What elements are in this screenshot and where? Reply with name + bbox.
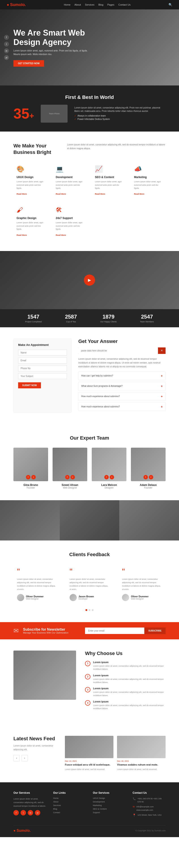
counter-clients: 1879 Our Happy Clients: [100, 314, 117, 323]
services-header: We Make Your Business Bright Lorem ipsum…: [13, 143, 166, 155]
dot-1[interactable]: [86, 609, 87, 611]
search-icon[interactable]: 🔍: [169, 3, 172, 6]
newsletter-email-input[interactable]: [85, 627, 144, 634]
footer-link-about[interactable]: About: [53, 801, 86, 803]
footer-tw[interactable]: t: [21, 810, 26, 815]
nav-about[interactable]: About: [74, 3, 81, 6]
nav-blog[interactable]: Blog: [98, 3, 103, 6]
appointment-submit-button[interactable]: SUBMIT NOW: [18, 382, 41, 389]
service-support-link[interactable]: Read More: [56, 234, 66, 236]
service-dev-link[interactable]: Read More: [56, 193, 66, 195]
social-linkedin[interactable]: in: [4, 48, 9, 53]
nav-pages[interactable]: Pages: [108, 3, 114, 6]
service-uiux-link[interactable]: Read More: [17, 193, 27, 195]
service-graphic-link[interactable]: Read More: [17, 234, 27, 236]
play-button[interactable]: ▶: [84, 275, 95, 286]
team-fb-4[interactable]: f: [143, 475, 148, 479]
author-title-3: Web Designer: [131, 598, 149, 600]
social-youtube[interactable]: yt: [4, 55, 9, 60]
team-member-3: f t Lara Melcon Designer: [92, 447, 126, 489]
faq-item-3[interactable]: How much experience about submino? +: [78, 392, 166, 401]
navigation: ● Sumolo. Home About Services Blog Pages…: [0, 0, 179, 9]
footer-s2-marketing[interactable]: Marketing: [93, 804, 126, 806]
service-dev-desc: Lorem ipsum dolor amet, agct euismod ant…: [56, 180, 84, 190]
newsletter-subscribe-button[interactable]: SUBSCRIBE: [144, 627, 166, 634]
faq-item-4[interactable]: How much experience about submino? +: [78, 402, 166, 411]
quote-icon-2: ": [69, 568, 110, 576]
nav-services[interactable]: Services: [85, 3, 94, 6]
footer-s2-dev[interactable]: Development: [93, 801, 126, 803]
footer-s2-seo[interactable]: SEO & Content: [93, 808, 126, 810]
dot-3[interactable]: [92, 609, 93, 611]
news-section: Latest News Feed Lorem ipsum dolor sit a…: [0, 724, 179, 782]
faq-toggle-3: +: [161, 395, 163, 398]
footer-link-services[interactable]: Services: [53, 804, 86, 806]
appointment-subject-input[interactable]: [18, 373, 67, 379]
team-tw-4[interactable]: t: [149, 475, 153, 479]
appointment-phone-input[interactable]: [18, 365, 67, 371]
team-fb-2[interactable]: f: [65, 475, 69, 479]
why-item-text-3: Lorem ipsum dolor sit amet, consectetur …: [93, 691, 166, 697]
footer-yt[interactable]: yt: [35, 810, 40, 815]
why-num-2: 2: [85, 674, 90, 679]
faq-content: Get Your Answer ✕ Lorem ipsum dolor sit …: [78, 339, 166, 413]
logo[interactable]: ● Sumolo.: [7, 2, 26, 7]
social-twitter[interactable]: t: [4, 41, 9, 46]
news-next-button[interactable]: ›: [22, 755, 28, 761]
team-fb-3[interactable]: f: [104, 475, 109, 479]
hero-cta-button[interactable]: GET STARTED NOW: [13, 60, 44, 67]
service-uiux: 🎨 UI/UX Design Lorem ipsum dolor amet, a…: [13, 162, 48, 199]
appointment-email-input[interactable]: [18, 358, 67, 364]
team-photo-4: f t: [131, 447, 166, 481]
news-card-text-1: Lorem ipsum dolor sit amet, sed do eiusm…: [65, 768, 114, 771]
faq-search-input[interactable]: [78, 347, 158, 354]
dot-2[interactable]: [89, 609, 90, 611]
nav-contact[interactable]: Contact Us: [118, 3, 130, 6]
social-facebook[interactable]: f: [4, 35, 9, 40]
faq-item-2[interactable]: What about Sum programs & Advantage? +: [78, 382, 166, 391]
footer-contact-title: Contact Us: [133, 791, 166, 795]
nav-home[interactable]: Home: [64, 3, 70, 6]
footer-col-contact: Contact Us 📞 +001 245 678 90 +001 245 67…: [133, 791, 166, 818]
stats-inner: 35+ Team Photo Lorem ipsum dolor sit ame…: [13, 105, 166, 123]
service-marketing-link[interactable]: Read More: [134, 193, 144, 195]
footer-link-blog[interactable]: Blog: [53, 808, 86, 810]
faq-title: Get Your Answer: [78, 339, 166, 344]
footer-copyright: © Copyright 2021 by Sumolo.com: [136, 830, 166, 832]
hero-content: We Are Smart Web Design Agency Lorem Ips…: [13, 28, 94, 67]
testimonial-1: " Lorem ipsum dolor sit amet, consectetu…: [13, 564, 61, 605]
newsletter-text: Subscribe for Newsletter Manage Your Bus…: [23, 627, 68, 634]
footer-link-home[interactable]: Home: [53, 797, 86, 799]
team-fb-1[interactable]: f: [26, 475, 30, 479]
service-graphic-desc: Lorem ipsum dolor amet, agct euismod ant…: [17, 221, 45, 230]
service-dev: 💻 Development Lorem ipsum dolor amet, ag…: [53, 162, 87, 199]
counter-tea: 2587 Cup of Tea: [65, 314, 77, 323]
team-role-4: Founder: [131, 487, 166, 489]
testimonial-author-2: Jason Brown Developer: [69, 594, 110, 601]
footer-col-services2: Our Services UI/UX Design Development Ma…: [93, 791, 126, 818]
counter-team: 2547 Team Members: [140, 314, 154, 323]
footer-s2-uiux[interactable]: UI/UX Design: [93, 797, 126, 799]
services-title-block: We Make Your Business Bright: [13, 143, 58, 155]
why-num-3: 3: [85, 687, 90, 692]
news-prev-button[interactable]: ‹: [13, 755, 20, 761]
faq-item-1[interactable]: How can I get help by submino? +: [78, 372, 166, 380]
footer-links-title: Our Links: [53, 791, 86, 795]
team-title: Our Expert Team: [13, 435, 166, 441]
footer-link-contact[interactable]: Contact: [53, 811, 86, 814]
why-title: Why Choose Us: [85, 651, 166, 656]
testimonials-grid: " Lorem ipsum dolor sit amet, consectetu…: [13, 564, 166, 605]
footer-in[interactable]: in: [28, 810, 33, 815]
why-section: Why Choose Us 1 Lorem ipsum Lorem ipsum …: [0, 639, 179, 724]
footer-address: 📍 123 Street, New York, USA: [133, 813, 166, 816]
team-tw-1[interactable]: t: [31, 475, 36, 479]
appointment-name-input[interactable]: [18, 350, 67, 356]
team-tw-2[interactable]: t: [70, 475, 75, 479]
footer-fb[interactable]: f: [13, 810, 19, 815]
service-seo-link[interactable]: Read More: [95, 193, 105, 195]
nav-links: Home About Services Blog Pages Contact U…: [64, 3, 130, 6]
team-tw-3[interactable]: t: [110, 475, 114, 479]
footer-s2-support[interactable]: Support: [93, 811, 126, 814]
why-item-3: 3 Lorem ipsum Lorem ipsum dolor sit amet…: [85, 687, 166, 697]
faq-search-button[interactable]: ✕: [158, 347, 166, 354]
